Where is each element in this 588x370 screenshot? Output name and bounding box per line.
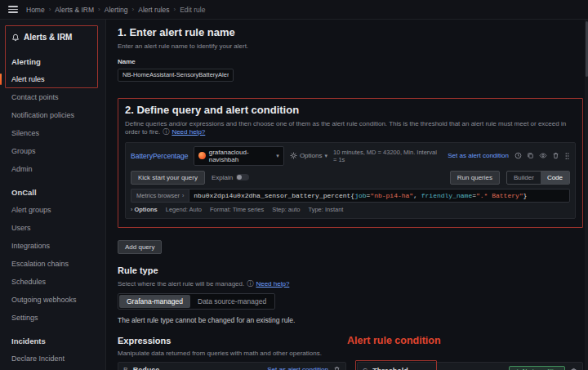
chevron-down-icon: ▾ bbox=[324, 153, 327, 159]
sidebar-section-incidents[interactable]: Incidents bbox=[0, 335, 105, 347]
sidebar-item-groups[interactable]: Groups bbox=[0, 145, 105, 158]
builder-tab[interactable]: Builder bbox=[507, 172, 541, 184]
sidebar-item-schedules[interactable]: Schedules bbox=[0, 275, 105, 288]
trash-icon[interactable] bbox=[552, 152, 559, 159]
step-setting: Step: auto bbox=[272, 206, 300, 213]
rule-type-note: The alert rule type cannot be changed fo… bbox=[118, 316, 581, 324]
expr-label2-value: ".* Battery" bbox=[476, 192, 523, 199]
reduce-ref-id: B bbox=[123, 366, 128, 370]
sidebar-item-admin[interactable]: Admin bbox=[0, 163, 105, 176]
rule-type-subtitle: Select where the alert rule will be mana… bbox=[118, 279, 581, 288]
alert-rule-name-input[interactable] bbox=[118, 69, 234, 82]
query-options-button[interactable]: Options ▾ bbox=[290, 152, 327, 159]
datasource-picker[interactable]: grafanacloud-navishbah ▾ bbox=[194, 146, 283, 166]
sidebar-app-alerts-irm[interactable]: Alerts & IRM bbox=[0, 29, 105, 45]
explain-toggle[interactable] bbox=[236, 174, 249, 181]
expr-label1-value: "nb-pi4-ha" bbox=[370, 192, 413, 199]
expr-label2-key: friendly_name bbox=[421, 192, 472, 199]
query-code-row: Metrics browser › nbu0x2dpi4u0x2dha_sens… bbox=[131, 189, 570, 203]
metrics-browser-button[interactable]: Metrics browser › bbox=[131, 189, 189, 203]
sidebar-section-alerting[interactable]: Alerting bbox=[0, 56, 105, 68]
need-help-link[interactable]: Need help? bbox=[172, 128, 205, 136]
sidebar-item-escalation-chains[interactable]: Escalation chains bbox=[0, 257, 105, 270]
rule-type-title: Rule type bbox=[118, 265, 581, 275]
sidebar-item-contact-points[interactable]: Contact points bbox=[0, 91, 105, 104]
chevron-right-icon: › bbox=[131, 207, 132, 212]
info-icon: ⓘ bbox=[163, 127, 169, 136]
run-queries-button[interactable]: Run queries bbox=[450, 171, 500, 185]
query-toolbar-row: Kick start your query Explain Run querie… bbox=[126, 168, 575, 187]
sidebar-section-oncall[interactable]: OnCall bbox=[0, 186, 105, 198]
query-editor-card: BatteryPercentage grafanacloud-navishbah… bbox=[125, 142, 576, 219]
code-tab[interactable]: Code bbox=[541, 172, 569, 184]
breadcrumb-alert-rules[interactable]: Alert rules bbox=[138, 6, 169, 14]
query-options-row: › Options Legend: Auto Format: Time seri… bbox=[126, 203, 575, 218]
reduce-expression-card: B Reduce Set as alert condition Takes on… bbox=[118, 362, 346, 370]
options-collapse-toggle[interactable]: › Options bbox=[131, 206, 158, 213]
sidebar-item-users[interactable]: Users bbox=[0, 221, 105, 234]
breadcrumb-home[interactable]: Home bbox=[26, 6, 45, 14]
sidebar-item-outgoing-webhooks[interactable]: Outgoing webhooks bbox=[0, 293, 105, 306]
query-options-summary: 10 minutes, MD = 43200, Min. Interval = … bbox=[333, 149, 442, 163]
threshold-expression-card: C Threshold ✓ Alert condition Takes one … bbox=[357, 362, 583, 370]
breadcrumb-separator-icon: › bbox=[132, 6, 135, 13]
breadcrumb-alerting[interactable]: Alerting bbox=[105, 6, 128, 14]
eye-icon[interactable] bbox=[539, 152, 547, 159]
scrollbar-thumb[interactable] bbox=[586, 21, 588, 77]
drag-handle-icon[interactable] bbox=[564, 152, 570, 160]
reduce-set-alert-condition-link[interactable]: Set as alert condition bbox=[267, 366, 328, 370]
gear-icon bbox=[290, 152, 297, 159]
step1-subtitle: Enter an alert rule name to identify you… bbox=[118, 42, 581, 50]
query-options-label: Options bbox=[300, 152, 323, 159]
duplicate-icon[interactable] bbox=[527, 152, 534, 159]
sidebar-item-oncall-settings[interactable]: Settings bbox=[0, 311, 105, 324]
query-header-row: BatteryPercentage grafanacloud-navishbah… bbox=[126, 143, 575, 168]
trash-icon[interactable] bbox=[333, 366, 341, 370]
explain-control: Explain bbox=[212, 174, 249, 181]
chevron-right-icon: › bbox=[182, 193, 184, 198]
promql-expression-input[interactable]: nbu0x2dpi4u0x2dha_sensor_battery_percent… bbox=[189, 189, 570, 203]
add-query-button[interactable]: Add query bbox=[118, 240, 162, 254]
expressions-subtitle: Manipulate data returned from queries wi… bbox=[118, 350, 581, 357]
breadcrumb-edit-rule: Edit rule bbox=[180, 6, 205, 14]
grafana-managed-option[interactable]: Grafana-managed bbox=[119, 295, 190, 308]
annotation-alert-rule-condition: Alert rule condition bbox=[347, 335, 441, 346]
data-source-managed-option[interactable]: Data source-managed bbox=[190, 295, 274, 308]
history-icon[interactable] bbox=[514, 152, 522, 159]
sidebar-item-silences[interactable]: Silences bbox=[0, 127, 105, 140]
chevron-down-icon: ▾ bbox=[276, 153, 279, 159]
sidebar-item-alert-groups[interactable]: Alert groups bbox=[0, 203, 105, 216]
trash-icon[interactable] bbox=[570, 368, 577, 370]
bell-icon bbox=[11, 33, 20, 42]
reduce-card-header: B Reduce Set as alert condition bbox=[118, 363, 345, 370]
step1-title: 1. Enter alert rule name bbox=[118, 26, 581, 38]
expr-close-brace: } bbox=[523, 192, 528, 199]
menu-icon[interactable] bbox=[8, 6, 18, 13]
threshold-title: Threshold bbox=[372, 367, 408, 370]
sidebar-item-alert-rules[interactable]: Alert rules bbox=[0, 73, 105, 86]
breadcrumb-alerts-irm[interactable]: Alerts & IRM bbox=[55, 6, 94, 14]
main-content: 1. Enter alert rule name Enter an alert … bbox=[106, 20, 588, 370]
expression-cards: B Reduce Set as alert condition Takes on… bbox=[118, 362, 583, 370]
sidebar-item-notification-policies[interactable]: Notification policies bbox=[0, 109, 105, 122]
sidebar-item-declare-incident[interactable]: Declare Incident bbox=[0, 352, 105, 365]
sidebar-item-integrations[interactable]: Integrations bbox=[0, 239, 105, 252]
step2-subtitle: Define queries and/or expressions and th… bbox=[125, 120, 576, 136]
breadcrumb-separator-icon: › bbox=[98, 6, 100, 13]
check-icon: ✓ bbox=[514, 368, 519, 370]
top-bar: Home › Alerts & IRM › Alerting › Alert r… bbox=[0, 0, 588, 20]
kick-start-query-button[interactable]: Kick start your query bbox=[131, 171, 205, 185]
legend-setting: Legend: Auto bbox=[166, 206, 202, 213]
query-ref-name[interactable]: BatteryPercentage bbox=[131, 152, 188, 160]
options-toggle-label: Options bbox=[134, 206, 157, 213]
rule-type-toggle: Grafana-managed Data source-managed bbox=[118, 293, 275, 310]
rule-type-subtitle-text: Select where the alert rule will be mana… bbox=[118, 280, 244, 288]
expr-metric: nbu0x2dpi4u0x2dha_sensor_battery_percent bbox=[194, 192, 350, 199]
breadcrumb-separator-icon: › bbox=[174, 6, 176, 13]
sidebar-app-title: Alerts & IRM bbox=[24, 33, 72, 42]
set-as-alert-condition-link[interactable]: Set as alert condition bbox=[448, 152, 509, 159]
breadcrumb-separator-icon: › bbox=[49, 6, 51, 13]
scrollbar-track[interactable] bbox=[585, 20, 588, 370]
rule-type-need-help-link[interactable]: Need help? bbox=[256, 280, 289, 288]
expr-label1-key: job bbox=[354, 192, 366, 199]
